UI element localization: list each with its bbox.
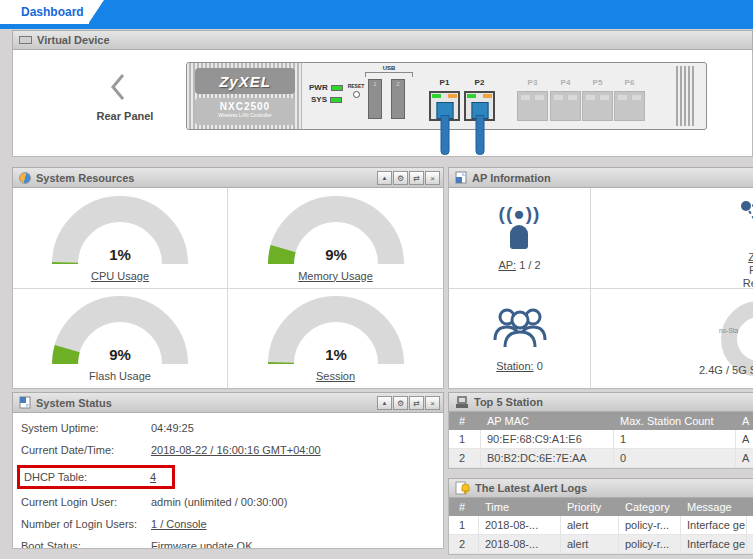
table-row: 2 B0:B2:DC:6E:7E:AA 0 A	[449, 449, 753, 468]
dhcp-table-link[interactable]: 4	[150, 470, 156, 484]
flash-usage-label: Flash Usage	[89, 370, 151, 382]
top5-station-icon	[455, 396, 469, 409]
table-row: 1 90:EF:68:C9:A1:E6 1 A	[449, 430, 753, 449]
station-cell: Station: 0	[449, 289, 591, 389]
current-datetime-link[interactable]: 2018-08-22 / 16:00:16 GMT+04:00	[151, 443, 321, 457]
tab-dashboard[interactable]: Dashboard	[9, 0, 89, 24]
top5-station-panel: Top 5 Station # AP MAC Max. Station Coun…	[448, 392, 753, 469]
port-p1: P1	[429, 91, 460, 121]
pwr-label: PWR	[309, 83, 328, 92]
alert-logs-title: The Latest Alert Logs	[475, 482, 587, 494]
ap-information-title: AP Information	[472, 172, 551, 184]
band-caption: 2.4G / 5G S	[699, 364, 753, 376]
system-resources-title: System Resources	[36, 172, 134, 184]
device-model-plate: NXC2500 Wireless LAN Controller	[195, 98, 295, 125]
sys-led	[330, 97, 342, 103]
alert-logs-body: # Time Priority Category Message S 1 201…	[448, 498, 753, 555]
svg-text:no-Sta: no-Sta	[719, 327, 739, 334]
port-p4: P4	[550, 91, 581, 121]
collapse-button[interactable]: ▲	[377, 171, 392, 185]
usb-slots: 1 2	[368, 79, 405, 119]
cpu-usage-link[interactable]: CPU Usage	[91, 270, 149, 282]
table-row: 1 2018-08-... alert policy-r... Interfac…	[449, 516, 753, 535]
alert-logs-header: The Latest Alert Logs	[448, 478, 753, 498]
system-resources-window-controls: ▲ ⚙ ⇄ ×	[377, 171, 440, 185]
station-link[interactable]: Station:	[496, 360, 533, 372]
system-status-icon	[19, 396, 31, 409]
system-status-title: System Status	[36, 397, 112, 409]
close-button[interactable]: ×	[425, 396, 440, 410]
table-row: 2 2018-08-... alert policy-r... Interfac…	[449, 535, 753, 554]
zymesh-icon	[736, 196, 753, 248]
usb-bracket	[365, 72, 413, 77]
reset-control: RESET	[344, 83, 368, 98]
ap-link[interactable]: AP:	[498, 259, 516, 271]
refresh-button[interactable]: ⇄	[409, 396, 424, 410]
boot-status-row: Boot Status: Firmware update OK	[21, 539, 435, 549]
dhcp-table-row-highlighted: DHCP Table: 4	[17, 465, 175, 489]
session-gauge: 1% Session	[228, 289, 443, 389]
sys-led-row: SYS	[311, 95, 342, 104]
session-link[interactable]: Session	[316, 370, 355, 382]
login-users-link[interactable]: 1 / Console	[151, 517, 207, 531]
tab-bar-underline	[0, 24, 753, 29]
ap-information-header: AP Information	[448, 167, 753, 188]
usb-slot-1: 1	[368, 79, 382, 119]
system-status-panel: System Status ▲ ⚙ ⇄ × System Uptime: 04:…	[12, 392, 444, 549]
refresh-button[interactable]: ⇄	[409, 171, 424, 185]
port-p3: P3	[517, 91, 548, 121]
top-tab-bar: Dashboard	[0, 0, 753, 29]
close-button[interactable]: ×	[425, 171, 440, 185]
virtual-device-header: Virtual Device	[12, 30, 753, 50]
zymesh-link[interactable]: ZyM	[748, 251, 753, 263]
sys-label: SYS	[311, 95, 327, 104]
current-datetime-row: Current Date/Time: 2018-08-22 / 16:00:16…	[21, 443, 435, 457]
number-of-login-users-row: Number of Login Users: 1 / Console	[21, 517, 435, 531]
svg-text:9%: 9%	[109, 346, 131, 363]
usb-slot-2: 2	[391, 79, 405, 119]
dashboard-screen: Dashboard Virtual Device Rear Panel ZyXE…	[0, 0, 753, 559]
top5-station-body: # AP MAC Max. Station Count A 1 90:EF:68…	[448, 412, 753, 469]
cpu-usage-gauge: 1% CPU Usage	[13, 188, 228, 289]
svg-text:9%: 9%	[325, 246, 347, 263]
virtual-device-icon	[19, 36, 32, 44]
system-resources-icon	[19, 172, 31, 184]
reset-label: RESET	[348, 83, 365, 89]
port-p2: P2	[464, 91, 495, 121]
stations-icon	[492, 304, 548, 350]
port-p5: P5	[582, 91, 613, 121]
port-p6: P6	[614, 91, 645, 121]
svg-text:1%: 1%	[109, 246, 131, 263]
system-resources-panel: System Resources ▲ ⚙ ⇄ × 1% CPU Usage	[12, 167, 444, 389]
device-rear-graphic: ZyXEL NXC2500 Wireless LAN Controller PW…	[186, 62, 707, 130]
top5-station-columns: # AP MAC Max. Station Count A	[449, 412, 753, 430]
alert-bell-icon	[455, 481, 470, 495]
rear-panel-chevron-icon[interactable]	[109, 72, 129, 102]
zymesh-root-line: Roo	[716, 264, 753, 277]
pwr-led	[331, 85, 343, 91]
p1-led-green	[432, 94, 441, 98]
memory-usage-gauge: 9% Memory Usage	[228, 188, 443, 289]
virtual-device-panel: Virtual Device Rear Panel ZyXEL NXC2500 …	[12, 30, 753, 157]
station-count-value: 0	[537, 360, 543, 372]
system-resources-header: System Resources ▲ ⚙ ⇄ ×	[12, 167, 444, 188]
settings-button[interactable]: ⚙	[393, 171, 408, 185]
tab-dashboard-label: Dashboard	[21, 5, 84, 19]
top5-station-header: Top 5 Station	[448, 392, 753, 412]
svg-text:1%: 1%	[325, 346, 347, 363]
alert-logs-panel: The Latest Alert Logs # Time Priority Ca…	[448, 478, 753, 555]
virtual-device-title: Virtual Device	[37, 34, 110, 46]
collapse-button[interactable]: ▲	[377, 396, 392, 410]
memory-usage-link[interactable]: Memory Usage	[298, 270, 373, 282]
p1-led-orange	[448, 94, 457, 98]
top5-station-title: Top 5 Station	[474, 396, 543, 408]
settings-button[interactable]: ⚙	[393, 396, 408, 410]
p1-cable	[440, 115, 449, 155]
device-model-sub: Wireless LAN Controller	[195, 112, 295, 118]
band-cell: no-Sta 2.4G / 5G S	[591, 289, 753, 389]
alert-logs-columns: # Time Priority Category Message S	[449, 498, 753, 516]
p2-led-green	[467, 94, 476, 98]
system-resources-body: 1% CPU Usage 9% Memory Usage	[12, 188, 444, 389]
current-login-user-row: Current Login User: admin (unlimited / 0…	[21, 495, 435, 509]
flash-usage-gauge: 9% Flash Usage	[13, 289, 228, 389]
